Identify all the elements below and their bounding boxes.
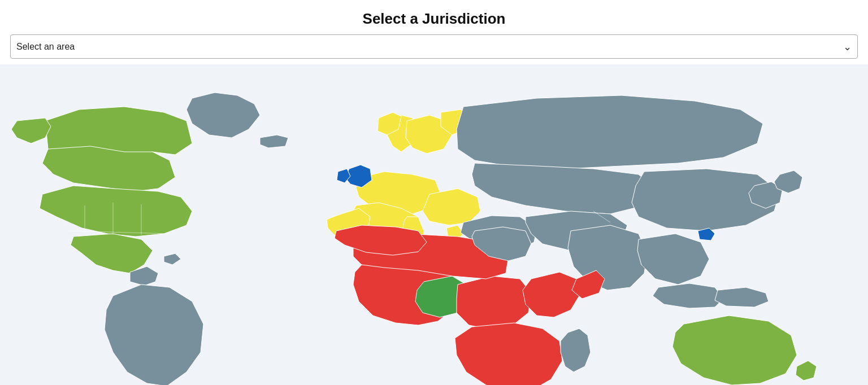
area-select[interactable]: Select an area North America Europe Afri…	[16, 35, 843, 58]
chevron-down-icon: ⌄	[843, 41, 852, 53]
page-title: Select a Jurisdiction	[0, 0, 868, 34]
area-dropdown-wrapper[interactable]: Select an area North America Europe Afri…	[10, 34, 858, 59]
map-svg	[0, 64, 868, 385]
page-container: Select a Jurisdiction Select an area Nor…	[0, 0, 868, 385]
world-map	[0, 64, 868, 385]
